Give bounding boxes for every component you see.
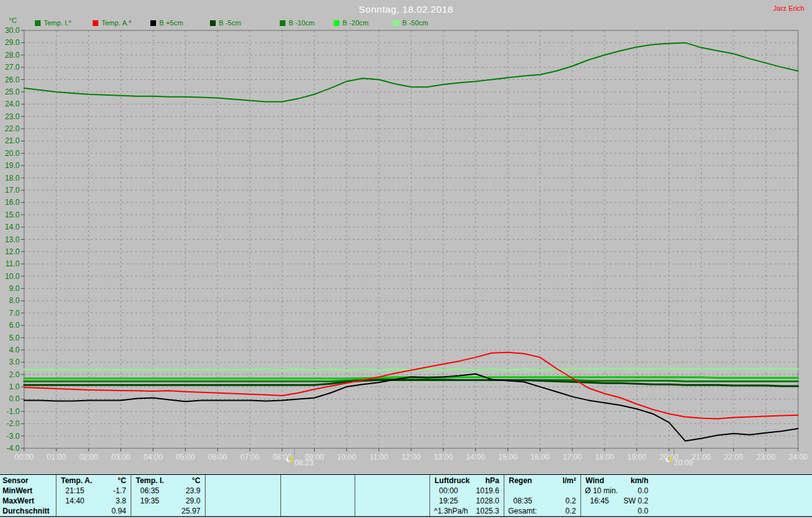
- marker-time-label: 08:23: [294, 458, 313, 467]
- y-tick-label: 20.0: [5, 149, 20, 158]
- y-tick-label: 16.0: [5, 198, 20, 207]
- x-tick-label: 11:00: [370, 453, 388, 462]
- x-tick-label: 24:00: [789, 453, 808, 462]
- y-tick-label: 7.0: [9, 309, 20, 318]
- column-unit: °C: [56, 476, 126, 486]
- y-tick-label: 6.0: [9, 321, 20, 330]
- column-unit: km/h: [581, 476, 648, 486]
- column-unit: l/m²: [504, 476, 576, 486]
- row-label: MaxWert: [3, 496, 34, 506]
- stat-value: 0.0: [581, 486, 648, 496]
- y-tick-label: -3.0: [6, 432, 20, 441]
- stat-value: 1028.0: [430, 496, 499, 506]
- column-unit: hPa: [430, 476, 499, 486]
- y-tick-label: 26.0: [5, 75, 20, 84]
- y-tick-label: 23.0: [5, 112, 20, 121]
- y-tick-label: 3.0: [9, 358, 20, 366]
- stat-value: 0.94: [56, 506, 126, 516]
- y-tick-label: 17.0: [5, 186, 20, 195]
- stat-value: SW 0.2: [581, 496, 648, 506]
- stats-column-8: Windkm/hØ 10 min.0.016:45SW 0.20.0: [580, 475, 812, 516]
- column-unit: °C: [131, 476, 200, 486]
- x-tick-label: 05:00: [176, 453, 195, 462]
- x-tick-label: 15:00: [498, 453, 517, 462]
- weather-chart-app: Sonntag, 18.02.2018 Jarz Erich °C Temp. …: [0, 0, 812, 518]
- time-marker: 20:09: [666, 448, 693, 467]
- stat-value: 0.0: [581, 506, 648, 516]
- stat-value: 25.97: [131, 506, 200, 516]
- x-tick-label: 18:00: [595, 453, 614, 462]
- y-tick-label: 4.0: [9, 346, 20, 354]
- stat-value: -1.7: [56, 486, 126, 496]
- y-tick-label: -4.0: [6, 444, 20, 453]
- stat-value: 1025.3: [430, 506, 499, 516]
- y-tick-label: 15.0: [5, 210, 20, 219]
- stats-column-2: Temp. I.°C06:3523.919:3529.025.97: [131, 475, 205, 516]
- moonrise-marker-icon: [287, 457, 294, 463]
- y-tick-label: 27.0: [5, 63, 20, 72]
- x-tick-label: 10:00: [337, 453, 356, 462]
- x-tick-label: 19:00: [627, 453, 646, 462]
- x-tick-label: 00:00: [15, 453, 34, 462]
- y-tick-label: -2.0: [6, 419, 20, 428]
- x-tick-label: 14:00: [466, 453, 485, 462]
- stats-column-0: SensorMinWertMaxWertDurchschnitt: [0, 475, 56, 516]
- x-tick-label: 07:00: [240, 453, 259, 462]
- stats-column-1: Temp. A.°C21:15-1.714:403.80.94: [56, 475, 131, 516]
- row-label: Sensor: [3, 476, 29, 486]
- x-tick-label: 22:00: [724, 453, 743, 462]
- stats-column-5: [355, 475, 429, 516]
- y-tick-label: 25.0: [5, 87, 20, 96]
- y-tick-label: 12.0: [5, 247, 20, 256]
- stat-value: 29.0: [131, 496, 200, 506]
- row-label: Durchschnitt: [3, 506, 49, 516]
- x-tick-label: 23:00: [756, 453, 775, 462]
- stat-value: 0.2: [504, 496, 576, 506]
- y-tick-label: 28.0: [5, 51, 20, 60]
- y-tick-label: 11.0: [6, 259, 20, 268]
- moonset-marker-icon: [666, 457, 673, 463]
- row-label: MinWert: [3, 486, 32, 496]
- stats-table: SensorMinWertMaxWertDurchschnittTemp. A.…: [0, 474, 812, 517]
- y-tick-label: 9.0: [9, 284, 20, 293]
- y-tick-label: 13.0: [5, 235, 20, 244]
- stat-value: 1019.6: [430, 486, 499, 496]
- x-tick-label: 06:00: [208, 453, 227, 462]
- x-tick-label: 03:00: [111, 453, 130, 462]
- y-tick-label: 10.0: [5, 272, 20, 281]
- temperature-chart: 30.029.028.027.026.025.024.023.022.021.0…: [0, 0, 812, 473]
- stat-value: 3.8: [56, 496, 126, 506]
- x-tick-label: 04:00: [143, 453, 162, 462]
- x-tick-label: 01:00: [47, 453, 66, 462]
- y-tick-label: 21.0: [5, 136, 20, 145]
- marker-time-label: 20:09: [674, 458, 693, 467]
- stat-value: 0.2: [504, 506, 576, 516]
- stats-column-6: LuftdruckhPa00:001019.619:251028.0^1.3hP…: [429, 475, 504, 516]
- y-tick-label: 22.0: [5, 124, 20, 133]
- y-tick-label: 24.0: [5, 100, 20, 108]
- y-tick-label: 29.0: [5, 38, 20, 47]
- y-tick-label: 0.0: [9, 394, 20, 403]
- y-tick-label: 14.0: [5, 223, 20, 231]
- stats-column-4: [280, 475, 355, 516]
- stats-column-3: [205, 475, 280, 516]
- y-tick-label: 2.0: [9, 370, 20, 379]
- x-tick-label: 13:00: [434, 453, 453, 462]
- y-tick-label: -1.0: [6, 407, 20, 416]
- stat-value: 23.9: [131, 486, 200, 496]
- y-tick-label: 19.0: [5, 161, 20, 170]
- y-tick-label: 18.0: [5, 174, 20, 183]
- x-tick-label: 02:00: [79, 453, 98, 462]
- stats-column-7: Regenl/m²08:350.2Gesamt:0.2: [504, 475, 580, 516]
- x-tick-label: 21:00: [691, 453, 710, 462]
- x-tick-label: 16:00: [530, 453, 549, 462]
- y-tick-label: 8.0: [9, 296, 20, 305]
- y-tick-label: 5.0: [9, 333, 20, 342]
- x-tick-label: 17:00: [563, 453, 582, 462]
- y-tick-label: 1.0: [9, 382, 20, 391]
- x-tick-label: 12:00: [402, 453, 421, 462]
- y-tick-label: 30.0: [5, 26, 20, 35]
